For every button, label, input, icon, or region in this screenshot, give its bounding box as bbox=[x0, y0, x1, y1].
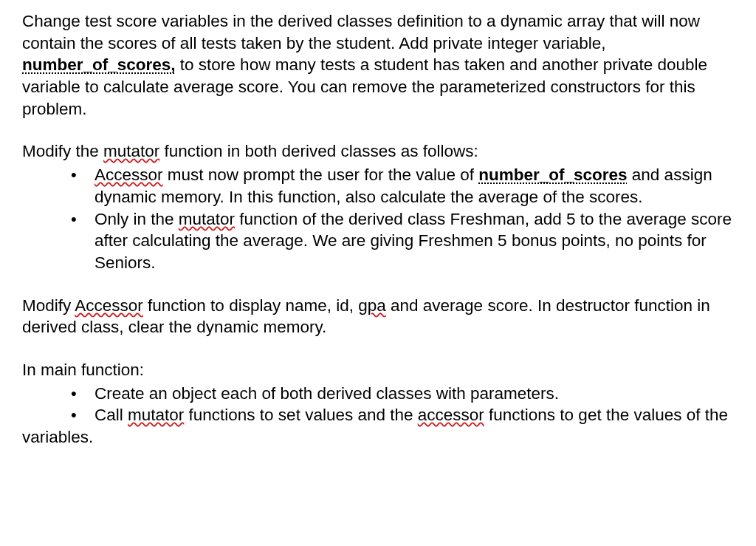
list-item: Create an object each of both derived cl… bbox=[71, 383, 734, 405]
keyword-number-of-scores: number_of_scores, bbox=[22, 55, 176, 74]
keyword-mutator: mutator bbox=[103, 142, 159, 160]
text-run: variables. bbox=[22, 428, 93, 446]
paragraph-accessor: Modify Accessor function to display name… bbox=[22, 295, 734, 338]
list-item: Accessor must now prompt the user for th… bbox=[71, 164, 734, 208]
text-run: must now prompt the user for the value o… bbox=[163, 165, 479, 184]
text-run: In main function: bbox=[22, 361, 144, 379]
keyword-mutator: mutator bbox=[128, 406, 184, 424]
document-page: Change test score variables in the deriv… bbox=[0, 0, 756, 463]
text-run: Only in the bbox=[94, 210, 179, 228]
list-item: Only in the mutator function of the deri… bbox=[71, 208, 734, 274]
paragraph-mutator-lead: Modify the mutator function in both deri… bbox=[22, 140, 734, 163]
text-run: function in both derived classes as foll… bbox=[159, 142, 478, 160]
bullet-list-mutator: Accessor must now prompt the user for th… bbox=[22, 164, 734, 273]
text-run: function to display name, id, bbox=[143, 296, 358, 315]
list-item: Call mutator functions to set values and… bbox=[71, 404, 734, 426]
paragraph-variables-hang: variables. bbox=[22, 426, 734, 448]
text-run: Modify the bbox=[22, 142, 103, 160]
text-run: Call bbox=[94, 406, 128, 424]
keyword-gpa: gpa bbox=[358, 296, 386, 315]
paragraph-main-lead: In main function: bbox=[22, 359, 734, 381]
text-run: Change test score variables in the deriv… bbox=[22, 12, 700, 52]
keyword-accessor: Accessor bbox=[75, 296, 143, 315]
text-run: Create an object each of both derived cl… bbox=[94, 384, 559, 403]
keyword-number-of-scores: number_of_scores bbox=[478, 165, 627, 184]
keyword-mutator: mutator bbox=[179, 210, 235, 228]
keyword-accessor: Accessor bbox=[94, 165, 163, 184]
bullet-list-main: Create an object each of both derived cl… bbox=[22, 383, 734, 426]
keyword-accessor: accessor bbox=[418, 406, 484, 424]
paragraph-intro: Change test score variables in the deriv… bbox=[22, 10, 734, 120]
text-run: functions to set values and the bbox=[184, 406, 417, 424]
text-run: Modify bbox=[22, 296, 75, 315]
text-run: functions to get the values of the bbox=[484, 406, 728, 424]
